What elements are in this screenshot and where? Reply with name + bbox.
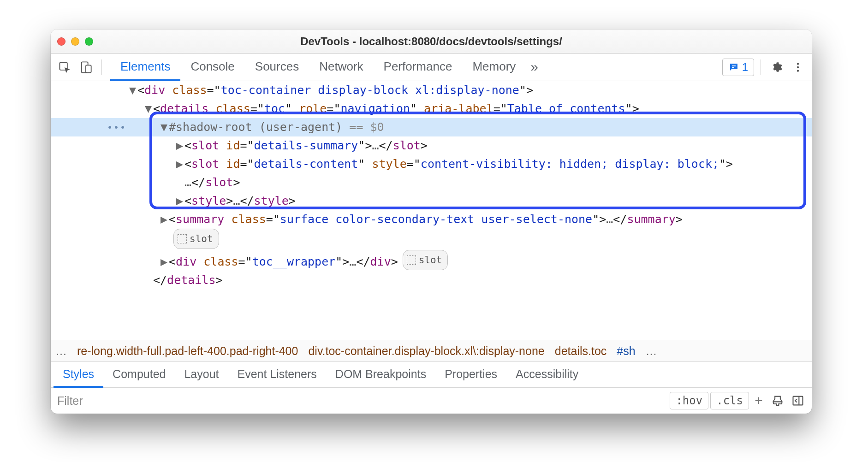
main-toolbar: Elements Console Sources Network Perform… xyxy=(51,53,812,81)
toggle-hov-button[interactable]: :hov xyxy=(670,392,708,409)
svg-rect-8 xyxy=(793,397,803,405)
breadcrumb-overflow-left[interactable]: … xyxy=(55,344,67,358)
styles-filter-input[interactable] xyxy=(55,391,668,410)
svg-point-7 xyxy=(797,70,799,71)
tab-properties[interactable]: Properties xyxy=(435,362,506,388)
dom-line[interactable]: ▶<slot id="details-content" style="conte… xyxy=(51,155,812,173)
reveal-icon xyxy=(178,234,187,243)
tab-layout[interactable]: Layout xyxy=(175,362,228,388)
new-style-rule-button[interactable]: + xyxy=(751,393,767,409)
devtools-window: DevTools - localhost:8080/docs/devtools/… xyxy=(51,30,812,414)
dom-line[interactable]: </details> xyxy=(51,271,812,290)
reveal-slot-badge[interactable]: slot xyxy=(403,250,448,270)
tab-accessibility[interactable]: Accessibility xyxy=(506,362,588,388)
reveal-icon xyxy=(407,255,416,265)
breadcrumb-item[interactable]: div.toc-container.display-block.xl\:disp… xyxy=(308,344,544,358)
tab-styles[interactable]: Styles xyxy=(54,362,103,388)
tab-event-listeners[interactable]: Event Listeners xyxy=(228,362,326,388)
paint-brush-icon[interactable] xyxy=(768,391,787,410)
tab-elements[interactable]: Elements xyxy=(110,54,180,81)
styles-pane-tabs: Styles Computed Layout Event Listeners D… xyxy=(51,362,812,388)
tab-memory[interactable]: Memory xyxy=(462,54,526,81)
breadcrumb-overflow-right[interactable]: … xyxy=(646,344,657,358)
dom-line[interactable]: ▶<style>…</style> xyxy=(51,192,812,210)
tab-sources[interactable]: Sources xyxy=(245,54,309,81)
dom-line[interactable]: slot xyxy=(51,229,812,250)
toolbar-separator xyxy=(761,59,761,75)
breadcrumb-item[interactable]: re-long.width-full.pad-left-400.pad-righ… xyxy=(77,344,298,358)
issues-count: 1 xyxy=(742,61,748,74)
device-toolbar-icon[interactable] xyxy=(77,58,95,77)
main-tabs: Elements Console Sources Network Perform… xyxy=(110,53,543,81)
titlebar: DevTools - localhost:8080/docs/devtools/… xyxy=(51,30,812,53)
svg-rect-3 xyxy=(732,65,736,66)
svg-point-5 xyxy=(797,63,799,65)
close-window-button[interactable] xyxy=(57,37,65,46)
window-title: DevTools - localhost:8080/docs/devtools/… xyxy=(51,35,812,48)
toolbar-separator xyxy=(101,59,102,75)
dom-line[interactable]: ▶<summary class="surface color-secondary… xyxy=(51,210,812,229)
dom-line-selected[interactable]: ••• ▼#shadow-root (user-agent) == $0 xyxy=(51,118,812,136)
styles-toolbar: :hov .cls + xyxy=(51,388,812,414)
dom-tree[interactable]: ▼<div class="toc-container display-block… xyxy=(51,81,812,340)
dom-line[interactable]: ▼<details class="toc" role="navigation" … xyxy=(51,100,812,118)
dom-line[interactable]: ▶<div class="toc__wrapper">…</div>slot xyxy=(51,250,812,271)
window-controls xyxy=(57,37,93,46)
svg-rect-2 xyxy=(86,65,91,72)
more-options-kebab-icon[interactable] xyxy=(789,58,807,77)
tab-computed[interactable]: Computed xyxy=(103,362,175,388)
tab-dom-breakpoints[interactable]: DOM Breakpoints xyxy=(326,362,435,388)
dom-line[interactable]: ▶<slot id="details-summary">…</slot> xyxy=(51,136,812,155)
reveal-slot-badge[interactable]: slot xyxy=(173,229,219,249)
issues-button[interactable]: 1 xyxy=(722,59,754,76)
settings-gear-icon[interactable] xyxy=(767,58,786,77)
dom-breadcrumb[interactable]: … re-long.width-full.pad-left-400.pad-ri… xyxy=(51,340,812,362)
svg-rect-4 xyxy=(732,67,734,68)
gutter-ellipsis-icon[interactable]: ••• xyxy=(107,118,126,136)
tab-console[interactable]: Console xyxy=(180,54,244,81)
inspect-element-icon[interactable] xyxy=(55,58,74,77)
dom-line[interactable]: …</slot> xyxy=(51,173,812,192)
tab-network[interactable]: Network xyxy=(309,54,373,81)
zoom-window-button[interactable] xyxy=(85,37,93,46)
toggle-computed-sidebar-icon[interactable] xyxy=(789,391,807,410)
svg-point-6 xyxy=(797,66,799,68)
tab-performance[interactable]: Performance xyxy=(374,54,463,81)
dom-line[interactable]: ▼<div class="toc-container display-block… xyxy=(51,81,812,100)
more-tabs-button[interactable]: » xyxy=(526,54,543,81)
toggle-cls-button[interactable]: .cls xyxy=(710,392,749,409)
minimize-window-button[interactable] xyxy=(71,37,79,46)
breadcrumb-item[interactable]: details.toc xyxy=(555,344,607,358)
breadcrumb-item-current[interactable]: #sh xyxy=(617,344,635,358)
